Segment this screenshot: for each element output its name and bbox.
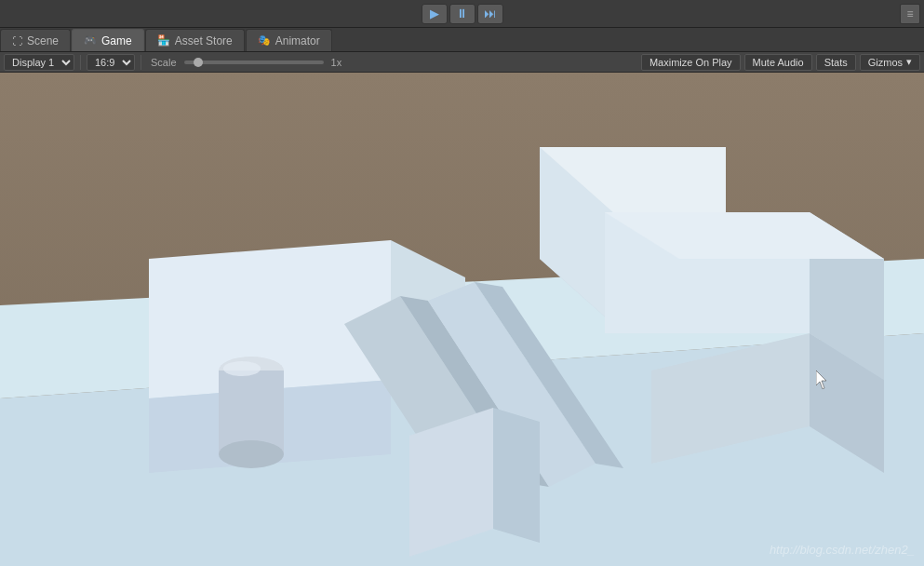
- game-viewport: http://blog.csdn.net/zhen2_: [0, 73, 924, 566]
- scale-thumb[interactable]: [194, 58, 203, 67]
- pause-icon: ⏸: [456, 7, 468, 20]
- gizmos-arrow-icon: ▾: [906, 56, 912, 68]
- tab-game[interactable]: 🎮 Game: [72, 29, 144, 51]
- tab-scene-label: Scene: [27, 34, 59, 47]
- asset-store-icon: 🏪: [157, 34, 170, 47]
- tab-animator-label: Animator: [275, 34, 320, 47]
- scene-svg: [0, 73, 924, 566]
- gizmos-label: Gizmos: [868, 57, 903, 68]
- mute-audio-button[interactable]: Mute Audio: [744, 54, 812, 71]
- block-right: [493, 408, 540, 543]
- cylinder-highlight: [223, 361, 261, 376]
- gizmos-button[interactable]: Gizmos ▾: [860, 54, 920, 71]
- options-bar: Display 1 16:9 Scale 1x Maximize On Play…: [0, 52, 924, 73]
- stats-button[interactable]: Stats: [816, 54, 856, 71]
- maximize-on-play-button[interactable]: Maximize On Play: [641, 54, 741, 71]
- step-icon: ⏭: [484, 7, 496, 20]
- cylinder-bottom: [219, 440, 284, 468]
- game-icon: 🎮: [84, 34, 97, 47]
- tab-asset-store-label: Asset Store: [175, 34, 233, 47]
- tab-asset-store[interactable]: 🏪 Asset Store: [145, 29, 245, 51]
- tab-game-label: Game: [101, 34, 132, 47]
- tabbar: ⛶ Scene 🎮 Game 🏪 Asset Store 🎭 Animator: [0, 28, 924, 52]
- tab-animator[interactable]: 🎭 Animator: [246, 29, 332, 51]
- playback-controls: ▶ ⏸ ⏭: [422, 4, 503, 24]
- play-button[interactable]: ▶: [422, 4, 448, 24]
- scene-icon: ⛶: [12, 35, 22, 47]
- collapse-button[interactable]: ≡: [900, 4, 920, 24]
- display-select[interactable]: Display 1: [4, 54, 74, 71]
- play-icon: ▶: [430, 7, 439, 20]
- pause-button[interactable]: ⏸: [449, 4, 475, 24]
- aspect-select[interactable]: 16:9: [87, 54, 135, 71]
- animator-icon: 🎭: [258, 34, 271, 47]
- mute-audio-label: Mute Audio: [753, 57, 804, 68]
- scale-label: Scale: [151, 57, 177, 68]
- maximize-on-play-label: Maximize On Play: [649, 57, 732, 68]
- watermark: http://blog.csdn.net/zhen2_: [770, 543, 915, 557]
- stats-label: Stats: [824, 57, 848, 68]
- divider-2: [141, 55, 141, 70]
- toolbar-right: ≡: [900, 4, 920, 24]
- scale-value: 1x: [331, 57, 342, 68]
- toolbar: ▶ ⏸ ⏭ ≡: [0, 0, 924, 28]
- step-button[interactable]: ⏭: [477, 4, 503, 24]
- divider-1: [80, 55, 81, 70]
- collapse-icon: ≡: [906, 7, 913, 20]
- scene-canvas: http://blog.csdn.net/zhen2_: [0, 73, 924, 566]
- tab-scene[interactable]: ⛶ Scene: [0, 29, 71, 51]
- scale-slider[interactable]: [184, 61, 324, 64]
